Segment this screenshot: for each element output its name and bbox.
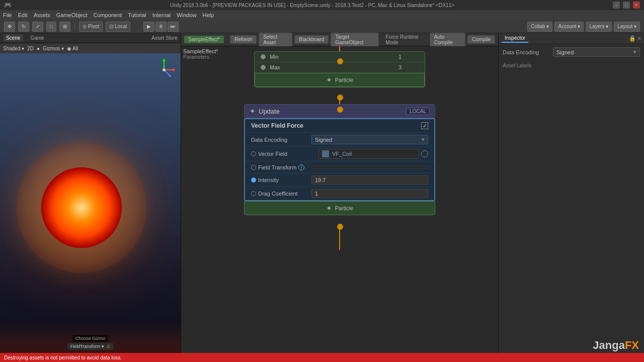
vfx-toolbar: SampleEffect* Refresh Select Asset Black… bbox=[181, 33, 498, 46]
tab-inspector[interactable]: Inspector bbox=[502, 34, 528, 43]
particle-sparkle-bottom: ✦ bbox=[326, 204, 332, 212]
compile-button[interactable]: Compile bbox=[467, 35, 495, 44]
intensity-radio[interactable] bbox=[251, 177, 256, 183]
gizmos-dropdown[interactable]: Gizmos ▾ bbox=[43, 46, 64, 51]
asset-store-label: Asset Store bbox=[151, 35, 178, 41]
menu-internal[interactable]: Internal bbox=[152, 12, 171, 18]
blackboard-button[interactable]: Blackboard bbox=[294, 35, 329, 44]
target-gameobject-button[interactable]: Target GameObject bbox=[331, 33, 378, 47]
shaded-dropdown[interactable]: Shaded ▾ bbox=[3, 46, 24, 51]
pause-button[interactable]: ⏸ bbox=[155, 22, 167, 32]
inspector-data-encoding-value[interactable]: Signed ▾ bbox=[553, 47, 640, 57]
step-button[interactable]: ⏭ bbox=[168, 22, 179, 32]
vff-header: Vector Field Force ✓ bbox=[245, 119, 434, 132]
refresh-button[interactable]: Refresh bbox=[230, 35, 257, 44]
layers-section: Collab ▾ Account ▾ Layers ▾ Layout ▾ bbox=[527, 22, 640, 32]
scene-viewport[interactable]: Choose Gizmo FieldTransform ▾ ⚠ bbox=[0, 53, 181, 362]
intensity-label: Intensity bbox=[258, 177, 279, 183]
inspector-lock-icon[interactable]: 🔒 bbox=[629, 35, 636, 42]
2d-toggle[interactable]: 2D bbox=[27, 46, 34, 51]
vector-field-radio[interactable] bbox=[251, 151, 256, 156]
collab-button[interactable]: Collab ▾ bbox=[527, 22, 552, 32]
vector-field-target-icon[interactable] bbox=[421, 150, 428, 157]
move-tool[interactable]: ✥ bbox=[4, 22, 15, 32]
top-wire-dot bbox=[337, 58, 343, 64]
svg-point-6 bbox=[163, 68, 166, 71]
field-transform-label: FieldTransform ▾ bbox=[70, 344, 105, 349]
transform-tool[interactable]: ⊞ bbox=[59, 22, 70, 32]
vfx-content[interactable]: SampleEffect* Parameters Min 1 Max 3 bbox=[181, 46, 498, 362]
layout-button[interactable]: Layout ▾ bbox=[614, 22, 640, 32]
all-filter[interactable]: ◉ All bbox=[67, 46, 78, 51]
auto-compile-button[interactable]: Auto Compile bbox=[430, 33, 466, 47]
rect-tool[interactable]: □ bbox=[46, 22, 56, 32]
rotate-tool[interactable]: ↻ bbox=[18, 22, 29, 32]
vfx-sample-effect-tab[interactable]: SampleEffect* bbox=[184, 36, 224, 43]
data-encoding-dropdown[interactable]: Signed ▾ bbox=[311, 135, 428, 144]
vf-asset-icon bbox=[322, 150, 329, 157]
select-asset-button[interactable]: Select Asset bbox=[259, 33, 292, 47]
max-radio[interactable] bbox=[261, 65, 266, 70]
particle-label-bottom: Particle bbox=[335, 205, 354, 211]
window-title: Unity 2018.3.0b6 - [PREVIEW PACKAGES IN … bbox=[12, 3, 613, 8]
pivot-button[interactable]: ⊙ Pivot bbox=[79, 22, 103, 32]
asset-labels-section: Asset Labels bbox=[503, 63, 640, 68]
vector-field-value[interactable]: VF_Coil bbox=[318, 149, 419, 159]
drag-coefficient-label: Drag Coefficient bbox=[258, 191, 298, 197]
intensity-input[interactable]: 19.7 bbox=[311, 175, 428, 185]
vector-field-label: Vector Field bbox=[258, 151, 318, 157]
min-radio[interactable] bbox=[261, 54, 266, 59]
local-button[interactable]: ⊡ Local bbox=[106, 22, 130, 32]
scene-controls: Shaded ▾ 2D ● Gizmos ▾ ◉ All bbox=[0, 43, 181, 53]
pivot-icon: ⊙ bbox=[83, 24, 87, 29]
lighting-toggle[interactable]: ● bbox=[37, 46, 40, 51]
menu-file[interactable]: File bbox=[3, 12, 12, 18]
min-value: 1 bbox=[398, 54, 419, 60]
scale-tool[interactable]: ⤢ bbox=[32, 22, 43, 32]
vff-intensity-row: Intensity 19.7 bbox=[245, 173, 434, 187]
menu-tutorial[interactable]: Tutorial bbox=[128, 12, 146, 18]
vfx-panel: SampleEffect* Refresh Select Asset Black… bbox=[181, 33, 498, 362]
field-transform-radio[interactable] bbox=[251, 165, 256, 170]
tab-game[interactable]: Game bbox=[27, 34, 47, 42]
field-transform-badge[interactable]: FieldTransform ▾ ⚠ bbox=[67, 343, 114, 350]
vff-enabled-checkbox[interactable]: ✓ bbox=[421, 122, 428, 129]
vff-drag-coefficient-row: Drag Coefficient 1 bbox=[245, 187, 434, 200]
menu-help[interactable]: Help bbox=[202, 12, 214, 18]
field-transform-input[interactable] bbox=[311, 166, 428, 169]
account-button[interactable]: Account ▾ bbox=[554, 22, 584, 32]
middle-wire-dot-top bbox=[337, 95, 343, 101]
particle-sparkle-top: ✦ bbox=[326, 76, 332, 84]
data-encoding-value: Signed bbox=[315, 137, 332, 143]
menu-window[interactable]: Window bbox=[177, 12, 196, 18]
menubar: File Edit Assets GameObject Component Tu… bbox=[0, 10, 644, 20]
local-badge: LOCAL bbox=[406, 108, 430, 115]
minimize-button[interactable]: ─ bbox=[613, 2, 620, 9]
drag-coefficient-radio[interactable] bbox=[251, 191, 256, 196]
tab-scene[interactable]: Scene bbox=[3, 34, 23, 42]
inspector-content: Data Encoding Signed ▾ Asset Labels bbox=[499, 43, 644, 362]
force-runtime-mode-label: Force Runtime Mode bbox=[386, 34, 428, 45]
dropdown-arrow-icon: ▾ bbox=[422, 136, 425, 143]
play-button[interactable]: ▶ bbox=[143, 22, 154, 32]
layers-button[interactable]: Layers ▾ bbox=[586, 22, 612, 32]
maximize-button[interactable]: □ bbox=[623, 2, 630, 9]
status-text: Destroying assets is not permitted to av… bbox=[4, 355, 122, 360]
menu-gameobject[interactable]: GameObject bbox=[56, 12, 88, 18]
vff-field-transform-row: Field Transform i bbox=[245, 161, 434, 173]
max-label: Max bbox=[270, 64, 394, 70]
drag-coefficient-input[interactable]: 1 bbox=[311, 189, 428, 198]
close-button[interactable]: ✕ bbox=[633, 2, 640, 9]
scene-panel: Scene Game Asset Store Shaded ▾ 2D ● Giz… bbox=[0, 33, 181, 362]
gizmo-indicator bbox=[151, 57, 177, 82]
info-icon: i bbox=[298, 164, 304, 170]
warning-icon: ⚠ bbox=[106, 344, 110, 349]
menu-assets[interactable]: Assets bbox=[34, 12, 50, 18]
inspector-menu-icon[interactable]: ≡ bbox=[638, 35, 641, 42]
data-encoding-label: Data Encoding bbox=[251, 137, 311, 143]
inspector-tabs: Inspector 🔒 ≡ bbox=[499, 33, 644, 43]
vff-vector-field-row: Vector Field VF_Coil bbox=[245, 146, 434, 161]
status-bar: Destroying assets is not permitted to av… bbox=[0, 353, 644, 362]
menu-edit[interactable]: Edit bbox=[18, 12, 28, 18]
menu-component[interactable]: Component bbox=[93, 12, 122, 18]
